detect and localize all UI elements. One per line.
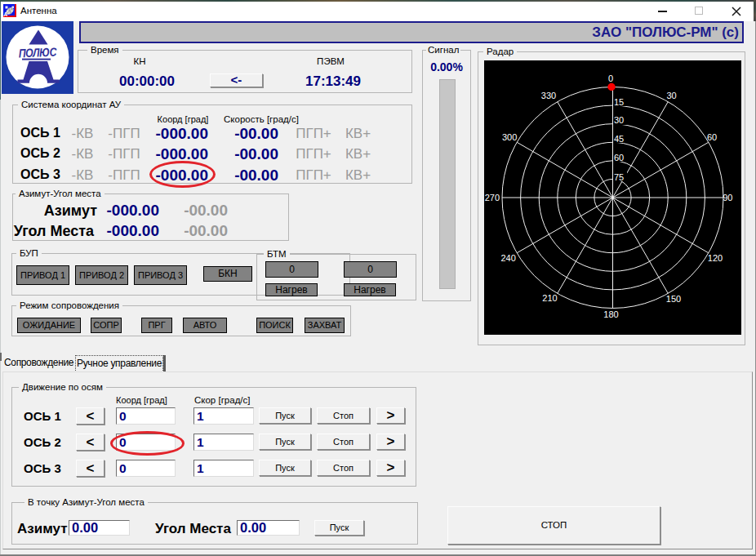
svg-text:150: 150 xyxy=(666,294,681,304)
svg-text:180: 180 xyxy=(603,309,618,319)
svg-text:ПОЛЮС: ПОЛЮС xyxy=(19,45,57,60)
svg-text:90: 90 xyxy=(723,193,732,202)
svg-text:60: 60 xyxy=(707,132,717,142)
svg-text:30: 30 xyxy=(666,91,676,100)
svg-text:0: 0 xyxy=(608,73,613,83)
svg-text:А: А xyxy=(4,11,8,17)
svg-text:300: 300 xyxy=(502,132,517,142)
svg-text:210: 210 xyxy=(542,293,557,303)
svg-text:45: 45 xyxy=(614,134,624,144)
svg-text:240: 240 xyxy=(500,253,515,263)
svg-text:120: 120 xyxy=(708,253,723,263)
svg-text:30: 30 xyxy=(614,115,624,125)
svg-text:15: 15 xyxy=(614,97,624,107)
svg-text:60: 60 xyxy=(614,153,624,162)
svg-text:75: 75 xyxy=(614,172,624,182)
svg-text:270: 270 xyxy=(485,193,500,202)
svg-text:330: 330 xyxy=(541,91,556,100)
